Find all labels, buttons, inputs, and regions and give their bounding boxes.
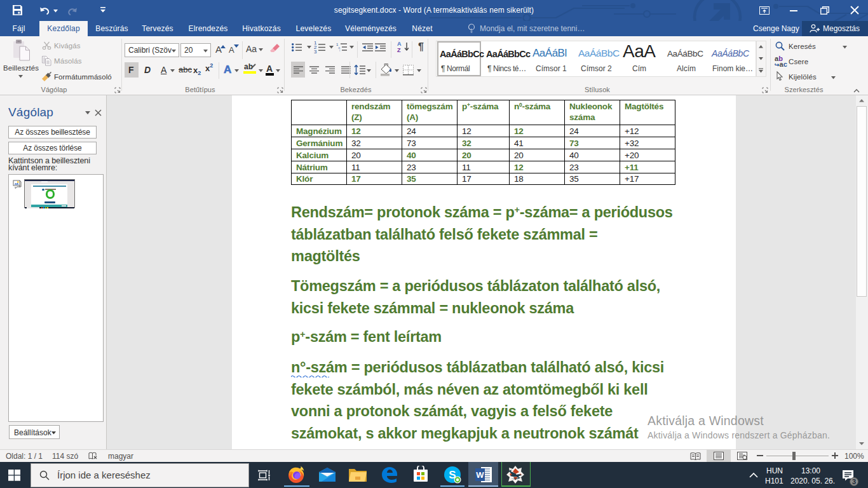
svg-text:i: i xyxy=(339,48,340,51)
svg-text:W: W xyxy=(476,470,484,480)
